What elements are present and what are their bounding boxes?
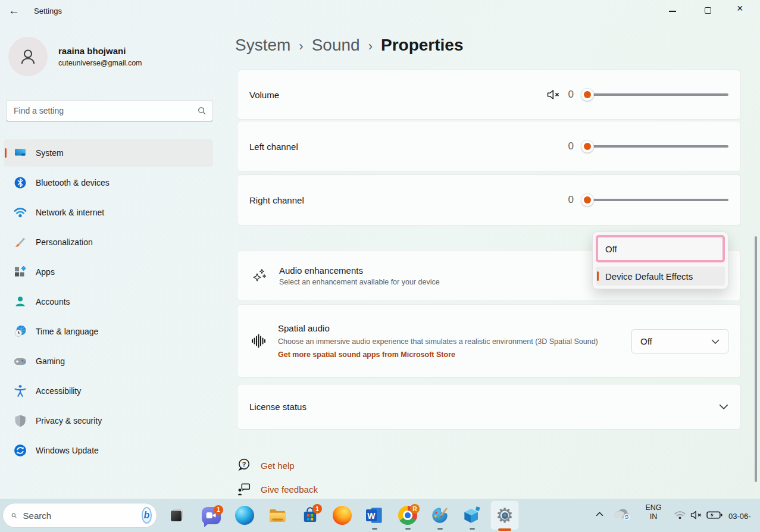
tray-volume-muted-icon[interactable] <box>690 510 703 520</box>
settings-window: ← Settings × raaina bhojwani cuteunivers… <box>0 0 760 532</box>
edge-icon[interactable] <box>233 503 257 527</box>
wifi-icon <box>13 205 27 220</box>
left-channel-card: Left channel 0 <box>237 121 741 172</box>
maximize-button[interactable] <box>705 7 711 14</box>
close-button[interactable]: × <box>737 3 743 14</box>
taskbar-search[interactable]: b <box>2 503 157 528</box>
mute-icon[interactable] <box>546 87 560 102</box>
sidebar-item-time-language[interactable]: Time & language <box>4 318 213 345</box>
tray-chevron-up-icon[interactable] <box>595 512 604 517</box>
dropdown-option-off[interactable]: Off <box>596 235 725 262</box>
language-indicator[interactable]: ENG IN <box>640 503 667 521</box>
dropdown-option-device-default-effects[interactable]: Device Default Effects <box>596 267 725 286</box>
license-status-card[interactable]: License status <box>237 384 741 430</box>
volume-slider-thumb[interactable] <box>581 88 594 101</box>
spatial-audio-icon <box>251 333 266 349</box>
tray-wifi-icon[interactable] <box>674 511 686 520</box>
sidebar-item-personalization[interactable]: Personalization <box>4 229 213 256</box>
microsoft-store-icon[interactable]: 1 <box>298 503 322 527</box>
spatial-audio-dropdown[interactable]: Off <box>631 329 728 353</box>
chat-badge: 1 <box>214 505 223 515</box>
get-help-link[interactable]: ? Get help <box>236 458 295 473</box>
windows-update-icon <box>13 443 27 458</box>
right-channel-slider-thumb[interactable] <box>581 193 594 206</box>
sidebar-item-privacy-security[interactable]: Privacy & security <box>4 407 213 434</box>
chat-teams-icon[interactable]: 1 <box>199 503 223 527</box>
registry-running-indicator <box>470 528 475 530</box>
account-email: cuteuniverse@gmail.com <box>58 59 142 67</box>
store-badge: 1 <box>312 504 322 514</box>
right-channel-label: Right channel <box>249 195 304 205</box>
taskbar: b 1 <box>0 499 760 532</box>
spatial-audio-description: Choose an immersive audio experience tha… <box>278 336 630 348</box>
firefox-icon[interactable] <box>330 503 354 527</box>
settings-taskbar-icon[interactable]: ⚙ <box>490 500 519 530</box>
bluetooth-icon <box>13 176 27 190</box>
accounts-icon <box>13 295 27 309</box>
breadcrumb-sound[interactable]: Sound <box>312 36 360 55</box>
tray-battery-icon[interactable] <box>706 511 723 520</box>
current-option-accent-bar <box>597 271 599 281</box>
chevron-down-icon <box>711 339 720 344</box>
apps-icon <box>13 265 27 279</box>
find-setting-box[interactable] <box>6 100 213 121</box>
onedrive-icon[interactable] <box>613 507 632 521</box>
spatial-audio-store-link[interactable]: Get more spatial sound apps from Microso… <box>278 351 630 359</box>
chevron-down-icon[interactable] <box>719 404 728 409</box>
registry-editor-icon[interactable] <box>460 503 484 527</box>
gaming-icon <box>13 354 27 368</box>
shield-icon <box>13 414 27 428</box>
chrome-profile-badge: R <box>410 504 420 514</box>
breadcrumb-system[interactable]: System <box>235 36 290 55</box>
accessibility-icon <box>13 384 27 398</box>
minimize-button[interactable] <box>669 11 676 12</box>
volume-value: 0 <box>568 89 574 101</box>
account-name: raaina bhojwani <box>58 46 126 56</box>
settings-active-indicator <box>498 528 511 531</box>
paint-running-indicator <box>437 528 443 530</box>
chrome-running-indicator <box>405 528 411 530</box>
spatial-audio-title: Spatial audio <box>278 323 630 333</box>
left-channel-slider-thumb[interactable] <box>581 140 594 153</box>
give-feedback-link[interactable]: Give feedback <box>236 481 318 497</box>
sidebar-item-network-internet[interactable]: Network & internet <box>4 199 213 226</box>
sidebar-item-apps[interactable]: Apps <box>4 258 213 286</box>
taskbar-search-input[interactable] <box>23 511 142 521</box>
word-icon[interactable]: W <box>362 503 386 527</box>
volume-slider[interactable] <box>581 88 728 101</box>
gear-icon: ⚙ <box>496 505 514 525</box>
sidebar-item-accessibility[interactable]: Accessibility <box>4 377 213 405</box>
tray-date[interactable]: 03-06- <box>728 512 751 521</box>
sidebar-nav: System Bluetooth & devices Network & int… <box>4 139 215 467</box>
spatial-audio-card: Spatial audio Choose an immersive audio … <box>237 304 741 378</box>
license-status-label: License status <box>249 402 306 412</box>
left-channel-slider[interactable] <box>581 140 728 153</box>
volume-label: Volume <box>249 90 279 100</box>
left-channel-value: 0 <box>568 140 574 152</box>
find-setting-input[interactable] <box>14 106 198 115</box>
file-explorer-icon[interactable] <box>265 503 289 527</box>
sidebar-item-accounts[interactable]: Accounts <box>4 288 213 315</box>
brush-icon <box>13 235 27 249</box>
chevron-right-icon: › <box>368 37 373 54</box>
chevron-right-icon: › <box>299 37 303 54</box>
window-title: Settings <box>34 7 62 15</box>
search-icon <box>198 107 207 115</box>
left-channel-label: Left channel <box>249 142 298 152</box>
sidebar-item-windows-update[interactable]: Windows Update <box>4 437 213 464</box>
bing-chat-icon[interactable]: b <box>142 507 152 524</box>
sidebar-item-bluetooth-devices[interactable]: Bluetooth & devices <box>4 169 213 196</box>
chrome-icon[interactable]: R <box>396 503 420 527</box>
task-view-icon[interactable] <box>165 503 189 527</box>
content-scrollbar[interactable] <box>755 236 757 482</box>
selected-accent-bar <box>5 148 7 158</box>
sidebar-item-system[interactable]: System <box>4 139 213 167</box>
enhancements-dropdown-popup: Off Device Default Effects <box>592 231 728 289</box>
audio-enhancements-title: Audio enhancements <box>279 265 440 276</box>
back-button[interactable]: ← <box>8 4 20 17</box>
avatar[interactable] <box>8 37 48 76</box>
paint-icon[interactable] <box>428 503 452 527</box>
sidebar-item-gaming[interactable]: Gaming <box>4 348 213 375</box>
audio-enhancements-subtitle: Select an enhancement available for your… <box>279 278 440 286</box>
right-channel-slider[interactable] <box>581 193 728 206</box>
